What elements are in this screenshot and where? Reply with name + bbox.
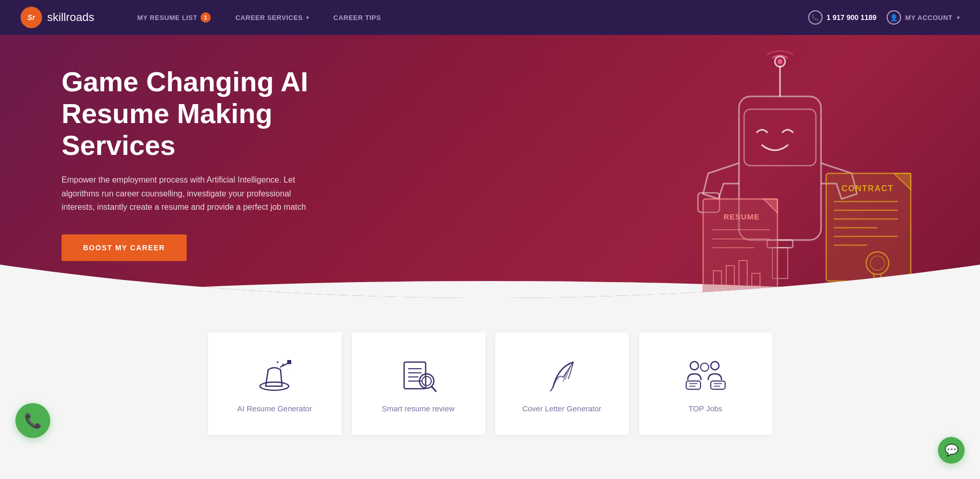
navbar-right: 📞 1 917 900 1189 👤 MY ACCOUNT ▾ xyxy=(808,10,959,25)
svg-point-2 xyxy=(777,59,783,64)
svg-rect-29 xyxy=(287,360,291,364)
service-card-cover-letter[interactable]: Cover Letter Generator xyxy=(495,332,629,435)
svg-text:✦: ✦ xyxy=(276,360,279,365)
svg-point-43 xyxy=(711,362,719,370)
service-label-smart-review: Smart resume review xyxy=(382,404,455,413)
account-chevron: ▾ xyxy=(957,15,960,21)
logo-icon: Sr xyxy=(21,7,42,28)
resume-badge: 1 xyxy=(201,12,211,23)
hero-illustration: RESUME CONTRACT xyxy=(672,50,939,312)
account-menu[interactable]: 👤 MY ACCOUNT ▾ xyxy=(887,10,959,25)
floating-chat-button[interactable]: 💬 xyxy=(938,437,965,464)
magic-wand-icon: ✦ ✦ · xyxy=(254,358,295,394)
service-card-smart-review[interactable]: Smart resume review xyxy=(352,332,485,435)
logo-text: skillroads xyxy=(47,11,94,24)
service-label-top-jobs: TOP Jobs xyxy=(688,404,722,413)
nav-resume-list[interactable]: MY RESUME LIST 1 xyxy=(125,0,223,35)
svg-text:·: · xyxy=(287,368,288,371)
svg-rect-45 xyxy=(686,381,701,389)
phone-number-display: 📞 1 917 900 1189 xyxy=(808,10,876,25)
svg-text:CONTRACT: CONTRACT xyxy=(842,184,894,193)
phone-icon: 📞 xyxy=(808,10,823,25)
svg-rect-48 xyxy=(711,381,725,389)
logo-link[interactable]: Sr skillroads xyxy=(21,7,94,28)
navbar-links: MY RESUME LIST 1 CAREER SERVICES ▾ CAREE… xyxy=(125,0,808,35)
navbar: Sr skillroads MY RESUME LIST 1 CAREER SE… xyxy=(0,0,980,35)
nav-career-services[interactable]: CAREER SERVICES ▾ xyxy=(223,0,321,35)
hero-subtitle: Empower the employment process with Arti… xyxy=(62,173,318,214)
hero-content: Game Changing AI Resume Making Services … xyxy=(62,66,379,261)
svg-line-41 xyxy=(550,388,553,391)
svg-line-40 xyxy=(432,387,436,391)
resume-review-icon xyxy=(398,358,439,394)
service-label-ai-resume: AI Resume Generator xyxy=(237,404,312,413)
svg-point-42 xyxy=(690,362,698,370)
floating-chat-icon: 💬 xyxy=(945,444,958,457)
top-jobs-icon xyxy=(685,358,726,394)
svg-rect-4 xyxy=(744,109,816,166)
services-section: ✦ ✦ · AI Resume Generator Smart resume r xyxy=(0,312,980,466)
service-label-cover-letter: Cover Letter Generator xyxy=(522,404,601,413)
svg-text:✦: ✦ xyxy=(281,362,285,368)
service-card-top-jobs[interactable]: TOP Jobs xyxy=(639,332,772,435)
service-card-ai-resume[interactable]: ✦ ✦ · AI Resume Generator xyxy=(208,332,342,435)
account-icon: 👤 xyxy=(887,10,901,25)
nav-career-tips[interactable]: CAREER TIPS xyxy=(321,0,393,35)
career-services-chevron: ▾ xyxy=(306,15,309,21)
hero-title: Game Changing AI Resume Making Services xyxy=(62,66,379,161)
svg-point-44 xyxy=(701,363,709,371)
svg-point-39 xyxy=(422,376,431,386)
svg-text:RESUME: RESUME xyxy=(724,212,759,221)
hero-section: Game Changing AI Resume Making Services … xyxy=(0,35,980,312)
floating-phone-button[interactable]: 📞 xyxy=(15,403,50,438)
feather-icon xyxy=(542,358,583,394)
floating-phone-icon: 📞 xyxy=(24,412,42,429)
boost-career-button[interactable]: BOOST MY CAREER xyxy=(62,234,187,261)
robot-svg: RESUME CONTRACT xyxy=(672,50,939,312)
